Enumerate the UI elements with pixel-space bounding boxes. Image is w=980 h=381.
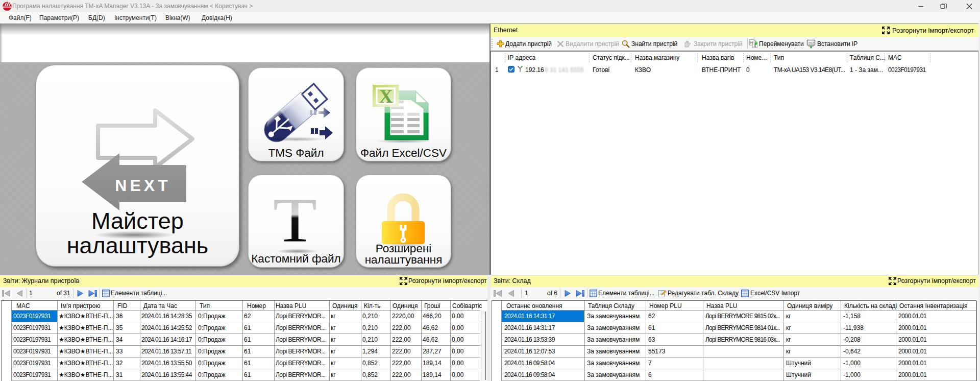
svg-text:X: X [379, 85, 393, 107]
svg-text:192: 192 [808, 41, 814, 45]
svg-text:T: T [273, 192, 317, 244]
svg-text:NEXT: NEXT [115, 176, 170, 195]
